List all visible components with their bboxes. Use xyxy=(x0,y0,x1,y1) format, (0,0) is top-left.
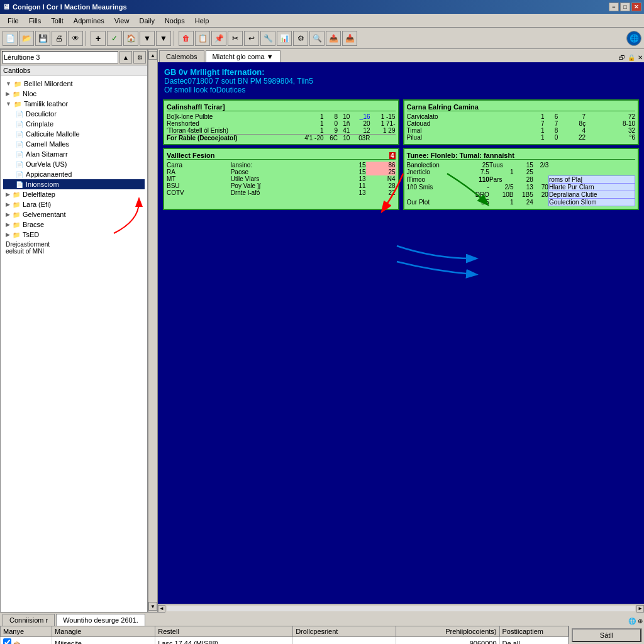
h-scrollbar[interactable]: ◄ ► xyxy=(158,604,644,613)
cell-depraliana: Depraliana Clutie xyxy=(548,191,635,198)
toolbar-import[interactable]: 📥 xyxy=(342,31,357,46)
btn-satll[interactable]: Sátll xyxy=(572,628,641,642)
table-row: DRO 10B 1B5 20 Depraliana Clutie xyxy=(407,191,635,198)
lower-main-area: Manye Managie Restell Drollcpesrient Pre… xyxy=(0,626,569,644)
toolbar-save[interactable]: 💾 xyxy=(35,31,50,46)
cell: 1 xyxy=(291,127,324,135)
toolbar-arrow-down2[interactable]: ▼ xyxy=(156,31,171,46)
cell: 13 xyxy=(340,175,366,182)
menu-help[interactable]: Help xyxy=(190,16,214,26)
toolbar-new[interactable]: 📄 xyxy=(3,31,18,46)
toolbar-delete[interactable]: 🗑 xyxy=(179,31,194,46)
cell: DRO xyxy=(465,191,489,198)
cell: Drnte l-afó xyxy=(231,189,340,196)
tree-label12: Delelflatep xyxy=(23,191,55,198)
menu-fills[interactable]: Fills xyxy=(24,16,47,26)
tree-item-bracse[interactable]: ▶ 📁 Bracse xyxy=(3,219,145,230)
toolbar-open[interactable]: 📂 xyxy=(19,31,34,46)
menu-tollt[interactable]: Tollt xyxy=(46,16,69,26)
tree-item-gelvementant[interactable]: ▶ 📁 Gelvementant xyxy=(3,209,145,219)
tree-item-nloc[interactable]: ▶ 📁 Nloc xyxy=(3,89,145,99)
tree-item-deculictor[interactable]: 📄 Deculictor xyxy=(3,109,145,119)
menu-view[interactable]: View xyxy=(109,16,135,26)
toolbar-add[interactable]: + xyxy=(91,31,106,46)
cell: 0 xyxy=(324,120,338,127)
toolbar-settings[interactable]: ⚙ xyxy=(293,31,308,46)
scroll-right[interactable]: ► xyxy=(636,605,644,613)
toolbar-print[interactable]: 🖨 xyxy=(52,31,67,46)
cell: 13 xyxy=(340,189,366,196)
expand-icon4: ▶ xyxy=(6,191,10,197)
toolbar-preview[interactable]: 👁 xyxy=(68,31,83,46)
close-button[interactable]: ✕ xyxy=(631,3,641,11)
lower-ctrl1[interactable]: 🌐 xyxy=(628,618,636,625)
category-dropdown[interactable]: Lérultione 3 xyxy=(2,51,118,64)
right-area: Calemobs Miatcht glo coma ▼ 🗗 🔒 ✕ GB 0v … xyxy=(158,49,644,613)
cell: Carvicalato xyxy=(407,113,531,120)
tab-ctrl-restore[interactable]: 🗗 xyxy=(619,54,625,61)
toolbar-paste[interactable]: 📌 xyxy=(211,31,226,46)
cell: Poy Vale ]∫ xyxy=(231,182,340,189)
minimize-button[interactable]: − xyxy=(609,3,619,11)
lower-tab-wountiho[interactable]: Wountiho desurge 2601. xyxy=(56,614,145,626)
toolbar-copy[interactable]: 📋 xyxy=(195,31,210,46)
left-scrollbar[interactable]: ▲ ▼ xyxy=(148,49,158,613)
toolbar-tools[interactable]: 🔧 xyxy=(260,31,275,46)
lower-table: Manye Managie Restell Drollcpesrient Pre… xyxy=(0,626,569,644)
maximize-button[interactable]: □ xyxy=(620,3,630,11)
tree-item-tsed[interactable]: ▶ 📁 TsED xyxy=(3,230,145,240)
toolbar-check[interactable]: ✓ xyxy=(107,31,122,46)
row-checkbox[interactable] xyxy=(3,638,11,644)
menu-adpmines[interactable]: Adpmines xyxy=(69,16,109,26)
expand-icon8: ▶ xyxy=(6,231,10,238)
tab-ctrl-lock[interactable]: 🔒 xyxy=(628,54,635,61)
cell: 4'1 -20 xyxy=(291,135,324,142)
toolbar-globe[interactable]: 🌐 xyxy=(626,31,641,46)
cell: 32 xyxy=(586,127,635,134)
toolbar-arrow-down[interactable]: ▼ xyxy=(140,31,155,46)
tab-calemobs[interactable]: Calemobs xyxy=(159,50,204,62)
lower-ctrl2[interactable]: ⊕ xyxy=(638,618,643,625)
menu-file[interactable]: File xyxy=(3,16,24,26)
tab-ctrl-close[interactable]: ✕ xyxy=(638,54,643,61)
menu-daily[interactable]: Daily xyxy=(134,16,159,26)
menu-nodps[interactable]: Nodps xyxy=(160,16,190,26)
tab-miatcht[interactable]: Miatcht glo coma ▼ xyxy=(206,50,280,62)
left-panel-header: Lérultione 3 ▲ ⚙ xyxy=(1,50,147,65)
cell: 28 xyxy=(366,182,396,189)
toolbar-cut[interactable]: ✂ xyxy=(228,31,243,46)
tree-item-delelflatep[interactable]: ▶ 📁 Delelflatep xyxy=(3,189,145,199)
table-row-miisecite[interactable]: 📦 Miisecite Lasc 17.44 (MIS88) 9060000 D… xyxy=(1,637,569,645)
cell: °6 xyxy=(586,134,635,141)
cell-highlighted: 86 xyxy=(366,162,396,169)
toolbar-home[interactable]: 🏠 xyxy=(123,31,138,46)
tree-item-lara[interactable]: ▶ 📁 Lara (Efi) xyxy=(3,199,145,209)
tree-item-camell[interactable]: 📄 Camell Malles xyxy=(3,139,145,149)
tree-item-inionsciom[interactable]: 📄 Inionsciom xyxy=(3,179,145,189)
toolbar-undo[interactable]: ↩ xyxy=(244,31,259,46)
cell: 1 xyxy=(291,120,324,127)
tree-item-ourvela[interactable]: 📄 OurVela (US) xyxy=(3,159,145,169)
table-row: COTV Drnte l-afó 13 22 xyxy=(167,189,396,196)
tree-item-calticuite[interactable]: 📄 Calticuite Mallolle xyxy=(3,129,145,139)
table-row: 1ñ0 Smis - 2/5 13 70 Hlarte Pur Clarn xyxy=(407,183,635,191)
tree-item-tamilik[interactable]: ▼ 📁 Tamilik leathor xyxy=(3,99,145,109)
scroll-down[interactable]: ▼ xyxy=(148,602,157,611)
tree-item-bellel[interactable]: ▼ 📁 Belllel Milordent xyxy=(3,79,145,89)
toolbar: 📄 📂 💾 🖨 👁 + ✓ 🏠 ▼ ▼ 🗑 📋 📌 ✂ ↩ 🔧 📊 ⚙ 🔍 📤 … xyxy=(0,28,644,49)
toolbar-search[interactable]: 🔍 xyxy=(309,31,325,46)
toolbar-chart[interactable]: 📊 xyxy=(277,31,292,46)
lower-tab-conniisiom[interactable]: Conniisiom r xyxy=(3,614,55,626)
table-row: lTimoo 110 Pars 28 roms of Pla| xyxy=(407,175,635,183)
tree-item-crinplate[interactable]: 📄 Crinplate xyxy=(3,119,145,129)
toolbar-export[interactable]: 📤 xyxy=(326,31,341,46)
nav-up[interactable]: ▲ xyxy=(119,51,132,64)
nav-settings[interactable]: ⚙ xyxy=(133,51,146,64)
cell: Carra xyxy=(167,162,231,169)
cell: 0 xyxy=(544,134,558,141)
scroll-left[interactable]: ◄ xyxy=(158,605,165,613)
scroll-up[interactable]: ▲ xyxy=(148,51,157,60)
tree-item-appicanaented[interactable]: 📄 Appicanaented xyxy=(3,169,145,179)
cell: Tuus xyxy=(489,162,514,169)
tree-item-alan[interactable]: 📄 Alan Sitamarr xyxy=(3,149,145,159)
